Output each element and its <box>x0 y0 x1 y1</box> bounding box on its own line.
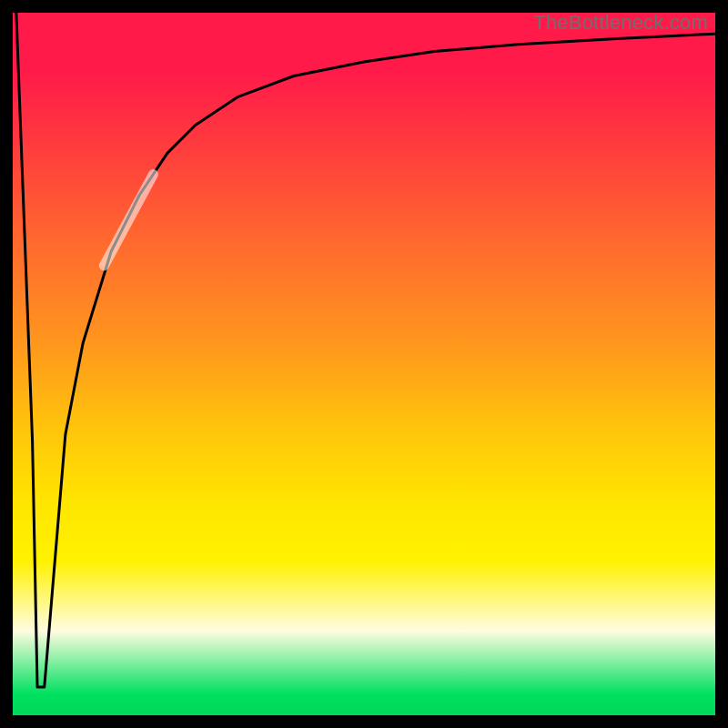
bottleneck-curve <box>16 13 715 687</box>
chart-plot-area: TheBottleneck.com <box>13 13 715 715</box>
chart-frame: TheBottleneck.com <box>0 0 728 728</box>
chart-curve-svg <box>13 13 715 715</box>
highlight-segment <box>104 175 153 266</box>
